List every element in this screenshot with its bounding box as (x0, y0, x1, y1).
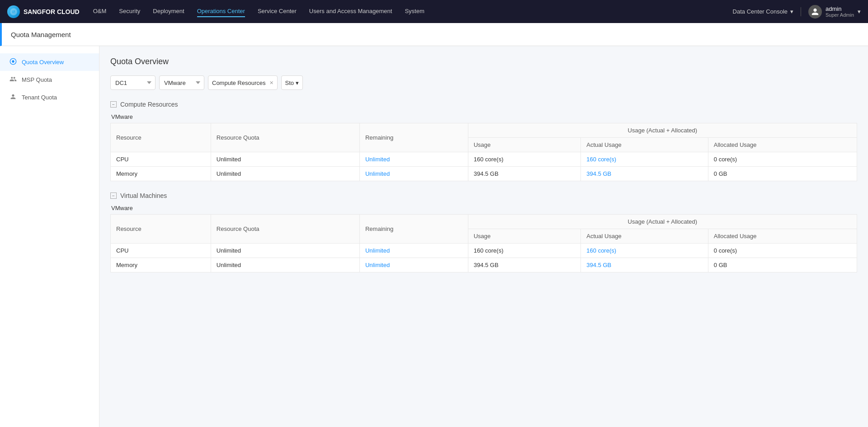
cell-resource: Memory (111, 167, 211, 181)
cell-actual: 394.5 GB (581, 258, 708, 272)
th-usage-1: Usage (468, 138, 581, 152)
sto-label: Sto (285, 80, 294, 86)
compute-vmware-label: VMware (111, 113, 857, 120)
user-dropdown-icon: ▾ (858, 8, 861, 15)
nav-operations-center[interactable]: Operations Center (197, 6, 245, 17)
th-actual-1: Actual Usage (581, 138, 708, 152)
table-row: Memory Unlimited Unlimited 394.5 GB 394.… (111, 258, 857, 272)
th-usage-group-1: Usage (Actual + Allocated) (468, 123, 857, 138)
console-dropdown[interactable]: Data Center Console ▾ (733, 8, 793, 15)
nav-deployment[interactable]: Deployment (153, 6, 184, 17)
cell-resource: CPU (111, 244, 211, 258)
top-navigation: SANGFOR CLOUD O&M Security Deployment Op… (0, 0, 868, 23)
compute-resources-table: Resource Resource Quota Remaining Usage … (110, 123, 857, 181)
page-header: Quota Management (0, 23, 868, 46)
user-details: admin Super Admin (826, 5, 854, 18)
virtual-machines-section: − Virtual Machines VMware Resource Resou… (110, 192, 857, 272)
th-usage-2: Usage (468, 229, 581, 244)
topnav-right: Data Center Console ▾ admin Super Admin … (733, 5, 861, 19)
th-resource-1: Resource (111, 123, 211, 152)
filter-row: DC1 VMware Compute Resources ✕ Sto ▾ (110, 75, 857, 90)
th-quota-2: Resource Quota (211, 215, 359, 244)
th-usage-group-2: Usage (Actual + Allocated) (468, 215, 857, 229)
cell-resource: CPU (111, 152, 211, 167)
sto-dropdown-icon: ▾ (296, 80, 299, 86)
nav-system[interactable]: System (405, 6, 424, 17)
compute-resources-header: − Compute Resources (110, 101, 857, 108)
cell-quota: Unlimited (211, 244, 359, 258)
cell-remaining: Unlimited (359, 167, 468, 181)
msp-quota-icon (9, 75, 17, 84)
sto-filter-dropdown[interactable]: Sto ▾ (281, 75, 303, 90)
vm-type-select[interactable]: VMware (159, 75, 204, 90)
compute-resources-label: Compute Resources (120, 101, 178, 108)
cell-allocated: 0 GB (708, 167, 857, 181)
nav-users[interactable]: Users and Access Management (309, 6, 392, 17)
compute-resources-tag[interactable]: Compute Resources ✕ (208, 75, 278, 90)
cell-usage: 160 core(s) (468, 152, 581, 167)
user-info[interactable]: admin Super Admin ▾ (808, 5, 861, 19)
table-row: CPU Unlimited Unlimited 160 core(s) 160 … (111, 152, 857, 167)
nav-security[interactable]: Security (119, 6, 140, 17)
dc-select[interactable]: DC1 (110, 75, 156, 90)
virtual-machines-label: Virtual Machines (120, 192, 167, 199)
quota-overview-icon (9, 58, 17, 66)
sidebar-item-msp-quota-label: MSP Quota (22, 76, 52, 83)
cell-usage: 394.5 GB (468, 167, 581, 181)
th-resource-2: Resource (111, 215, 211, 244)
quota-overview-title: Quota Overview (110, 57, 857, 66)
cell-quota: Unlimited (211, 258, 359, 272)
virtual-machines-collapse[interactable]: − (110, 192, 117, 199)
th-quota-1: Resource Quota (211, 123, 359, 152)
cell-remaining: Unlimited (359, 244, 468, 258)
user-role: Super Admin (826, 12, 854, 18)
vm-vmware-label: VMware (111, 205, 857, 211)
sidebar-item-tenant-quota-label: Tenant Quota (22, 94, 57, 101)
sidebar-item-quota-overview[interactable]: Quota Overview (0, 53, 99, 71)
sidebar: Quota Overview MSP Quota Tenant Quota (0, 46, 99, 427)
avatar (808, 5, 822, 19)
compute-resources-section: − Compute Resources VMware Resource Reso… (110, 101, 857, 181)
compute-resources-collapse[interactable]: − (110, 101, 117, 108)
th-allocated-1: Allocated Usage (708, 138, 857, 152)
cell-usage: 160 core(s) (468, 244, 581, 258)
sidebar-item-quota-overview-label: Quota Overview (22, 59, 64, 66)
nav-divider (801, 7, 801, 16)
user-name: admin (826, 5, 854, 12)
nav-menu: O&M Security Deployment Operations Cente… (93, 6, 733, 17)
compute-resources-tag-label: Compute Resources (212, 80, 266, 86)
app-logo[interactable]: SANGFOR CLOUD (7, 5, 80, 18)
nav-service-center[interactable]: Service Center (258, 6, 297, 17)
nav-om[interactable]: O&M (93, 6, 107, 17)
app-title: SANGFOR CLOUD (24, 8, 80, 15)
th-actual-2: Actual Usage (581, 229, 708, 244)
sidebar-item-tenant-quota[interactable]: Tenant Quota (0, 89, 99, 106)
cell-allocated: 0 GB (708, 258, 857, 272)
th-remaining-2: Remaining (359, 215, 468, 244)
compute-resources-tag-close[interactable]: ✕ (269, 80, 274, 86)
console-label: Data Center Console (733, 8, 788, 15)
content-area: Quota Overview MSP Quota Tenant Quota (0, 46, 868, 427)
logo-icon (7, 5, 20, 18)
virtual-machines-header: − Virtual Machines (110, 192, 857, 199)
cell-resource: Memory (111, 258, 211, 272)
page-title: Quota Management (11, 31, 71, 38)
cell-usage: 394.5 GB (468, 258, 581, 272)
console-dropdown-icon: ▾ (790, 8, 793, 15)
page-wrapper: Quota Management Quota Overview (0, 23, 868, 427)
virtual-machines-table: Resource Resource Quota Remaining Usage … (110, 214, 857, 272)
tenant-quota-icon (9, 93, 17, 102)
cell-allocated: 0 core(s) (708, 152, 857, 167)
svg-point-2 (12, 60, 14, 62)
cell-actual: 160 core(s) (581, 152, 708, 167)
cell-actual: 160 core(s) (581, 244, 708, 258)
sidebar-item-msp-quota[interactable]: MSP Quota (0, 71, 99, 89)
th-allocated-2: Allocated Usage (708, 229, 857, 244)
cell-remaining: Unlimited (359, 258, 468, 272)
cell-quota: Unlimited (211, 152, 359, 167)
table-row: CPU Unlimited Unlimited 160 core(s) 160 … (111, 244, 857, 258)
cell-quota: Unlimited (211, 167, 359, 181)
cell-remaining: Unlimited (359, 152, 468, 167)
th-remaining-1: Remaining (359, 123, 468, 152)
table-row: Memory Unlimited Unlimited 394.5 GB 394.… (111, 167, 857, 181)
